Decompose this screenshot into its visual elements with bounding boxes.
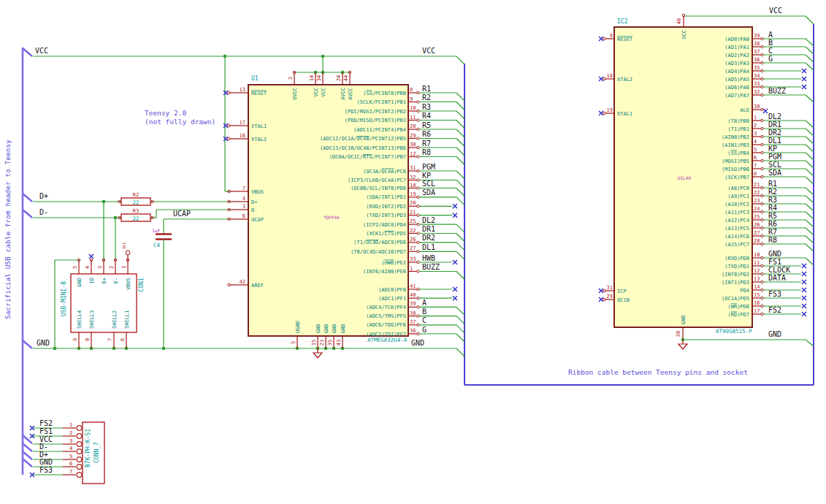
net-label[interactable]: PGM: [768, 153, 781, 161]
net-label[interactable]: SDA: [768, 169, 781, 177]
net-label[interactable]: R8: [768, 236, 777, 244]
net-label[interactable]: R5: [768, 212, 777, 220]
net-label[interactable]: R2: [422, 93, 431, 102]
pin-name: UCAP: [251, 217, 264, 223]
net-label[interactable]: BUZZ: [768, 87, 786, 95]
net-label[interactable]: KP: [768, 145, 777, 153]
net-label[interactable]: DR1: [422, 225, 435, 233]
component-name-conn7[interactable]: CONN_7: [93, 442, 100, 463]
net-label-vcc[interactable]: VCC: [35, 47, 48, 55]
net-label[interactable]: FS2: [768, 306, 781, 314]
component-footprint-ic2: DIL40: [678, 175, 691, 180]
net-label[interactable]: R7: [768, 228, 777, 236]
net-label-dplus[interactable]: D+: [39, 192, 48, 200]
net-label[interactable]: R6: [422, 130, 431, 138]
net-label[interactable]: G: [422, 326, 427, 334]
net-label[interactable]: C: [422, 316, 427, 324]
resistor-ref[interactable]: R3: [133, 208, 139, 214]
net-label[interactable]: DR1: [768, 121, 781, 129]
pin-name: AVCC: [348, 88, 353, 100]
resistor-ref[interactable]: R2: [133, 192, 139, 198]
no-connect-icon: [802, 264, 806, 268]
net-label-vcc[interactable]: VCC: [422, 47, 435, 55]
net-label[interactable]: CLOCK: [768, 266, 790, 274]
net-label[interactable]: R7: [422, 140, 431, 148]
bus-entry-wire: [806, 340, 814, 346]
pin-name: (OC0A/OC1C/RTS/PCINT7)PB7: [329, 154, 406, 160]
net-label[interactable]: R3: [768, 196, 777, 204]
pin-number: 1: [121, 266, 127, 269]
net-label-gnd[interactable]: GND: [411, 339, 424, 347]
net-label[interactable]: R1: [422, 85, 431, 93]
pin-number: 5: [72, 266, 78, 269]
component-ref-ic2[interactable]: IC2: [617, 18, 628, 25]
net-label[interactable]: R1: [768, 180, 777, 188]
pin-number: 2: [754, 123, 757, 129]
note-teensy-1[interactable]: Teensy 2.0: [145, 109, 186, 117]
net-label[interactable]: DATA: [768, 274, 786, 282]
pin-name: VBUS: [251, 189, 264, 195]
component-ref-con1[interactable]: CON1: [138, 278, 145, 291]
net-label[interactable]: FS1: [768, 258, 781, 266]
no-connect-icon: [599, 111, 603, 115]
net-label[interactable]: B: [422, 308, 427, 316]
net-label[interactable]: B: [768, 39, 773, 47]
pin-name: ICP: [617, 289, 627, 294]
net-label-vcc[interactable]: VCC: [769, 7, 782, 15]
net-label[interactable]: A: [422, 299, 427, 307]
net-label[interactable]: R4: [422, 112, 431, 120]
note-ribbon[interactable]: Ribbon cable between Teensy pins and soc…: [568, 368, 748, 376]
net-label[interactable]: DR2: [768, 129, 781, 137]
net-label[interactable]: PGM: [422, 163, 435, 171]
net-label[interactable]: R2: [768, 188, 777, 196]
net-label[interactable]: D-: [39, 443, 48, 451]
net-label[interactable]: HWB: [422, 254, 435, 262]
net-label[interactable]: FS3: [768, 290, 781, 298]
net-label[interactable]: R4: [768, 204, 777, 212]
net-label[interactable]: DL2: [768, 112, 781, 121]
pin-name: (A10)PC2: [724, 202, 749, 207]
net-label[interactable]: DR2: [422, 234, 435, 242]
note-teensy-2[interactable]: (not fully drawn): [145, 118, 215, 126]
pin-name: SHELL2: [112, 310, 118, 329]
no-connect-icon: [763, 109, 768, 113]
capacitor-ref[interactable]: C4: [153, 242, 161, 248]
note-left-cable[interactable]: Sacrificial USB cable from header to Tee…: [4, 140, 12, 319]
bus-entry-wire: [806, 47, 814, 54]
pin-number: 30: [754, 104, 760, 110]
net-label[interactable]: R6: [768, 220, 777, 228]
net-label[interactable]: SCL: [768, 161, 781, 169]
no-connect-icon: [453, 260, 457, 264]
net-label[interactable]: KP: [422, 172, 431, 180]
net-label[interactable]: A: [768, 31, 773, 39]
net-label[interactable]: R3: [422, 103, 431, 111]
pin-number: 2: [69, 430, 72, 436]
net-label[interactable]: GND: [39, 458, 53, 466]
net-label[interactable]: FS1: [39, 427, 53, 435]
net-label-ucap[interactable]: UCAP: [173, 210, 191, 218]
cable-bracket-entry: [23, 210, 32, 218]
net-label-gnd[interactable]: GND: [37, 339, 50, 347]
component-value-ic2: AT90S8515-P: [716, 328, 752, 335]
net-label[interactable]: BUZZ: [422, 263, 440, 271]
pin-end-circle: [417, 119, 419, 121]
net-label-gnd[interactable]: GND: [768, 330, 781, 338]
net-label[interactable]: SDA: [422, 188, 435, 196]
net-label[interactable]: DL1: [768, 137, 781, 145]
net-label[interactable]: R8: [422, 148, 431, 156]
net-label[interactable]: FS2: [39, 419, 53, 427]
pin-name: (INT1)PD3: [722, 280, 749, 286]
net-label[interactable]: FS3: [39, 466, 53, 474]
pin-end-circle: [761, 234, 763, 237]
pin-end-circle: [761, 272, 763, 275]
pin-number: 4: [69, 446, 72, 451]
net-label[interactable]: C: [768, 47, 773, 55]
net-label-dminus[interactable]: D-: [39, 208, 48, 216]
net-label[interactable]: DL2: [422, 216, 435, 224]
component-ref-u1[interactable]: U1: [251, 75, 259, 82]
net-label[interactable]: R5: [422, 121, 431, 129]
net-label[interactable]: SCL: [422, 180, 435, 188]
net-label[interactable]: G: [768, 55, 773, 63]
net-label[interactable]: GND: [768, 250, 781, 258]
net-label[interactable]: DL1: [422, 243, 435, 251]
